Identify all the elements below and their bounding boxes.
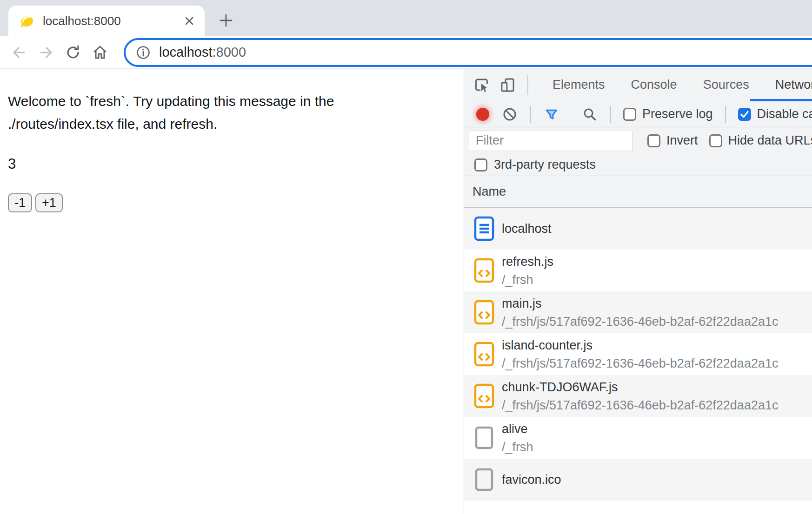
tab-console[interactable]: Console: [618, 69, 690, 101]
filter-input[interactable]: [469, 131, 632, 151]
browser-toolbar: localhost:8000: [0, 36, 812, 69]
request-path: /_frsh: [502, 439, 533, 455]
search-icon[interactable]: [581, 106, 598, 123]
request-row[interactable]: refresh.js /_frsh: [464, 250, 812, 291]
tab-strip: localhost:8000: [0, 0, 812, 36]
request-name: chunk-TDJO6WAF.js: [502, 379, 778, 395]
lemon-favicon-icon: [20, 13, 34, 28]
script-icon: [474, 257, 494, 283]
filter-funnel-icon[interactable]: [543, 106, 560, 123]
request-row[interactable]: localhost: [464, 208, 812, 250]
browser-window: localhost:8000: [0, 0, 812, 514]
toolbar-divider: [725, 106, 726, 123]
tab-close-icon[interactable]: [181, 13, 197, 29]
network-toolbar: Preserve log Disable cache: [464, 101, 812, 127]
request-name: main.js: [502, 295, 778, 312]
request-row[interactable]: alive /_frsh: [464, 417, 812, 459]
counter-value: 3: [8, 156, 464, 172]
inspect-cursor-icon[interactable]: [473, 77, 490, 93]
hide-data-urls-checkbox[interactable]: [709, 134, 722, 147]
invert-label: Invert: [666, 133, 698, 148]
invert-checkbox[interactable]: [647, 134, 660, 147]
network-request-list: localhost refresh.js /_frsh: [464, 208, 812, 514]
home-icon[interactable]: [91, 44, 109, 61]
back-icon[interactable]: [10, 44, 28, 61]
browser-tab[interactable]: localhost:8000: [8, 6, 205, 36]
request-name: island-counter.js: [502, 337, 778, 354]
request-name: localhost: [502, 220, 552, 237]
request-row[interactable]: island-counter.js /_frsh/js/517af692-163…: [464, 333, 812, 375]
third-party-requests-label: 3rd-party requests: [494, 158, 596, 172]
toolbar-divider: [610, 106, 611, 123]
request-name: alive: [502, 421, 533, 437]
url-host: localhost: [159, 45, 212, 59]
welcome-message: Welcome to `fresh`. Try updating this me…: [8, 90, 385, 135]
new-tab-icon[interactable]: [217, 11, 235, 30]
script-icon: [474, 383, 494, 409]
request-path: /_frsh/js/517af692-1636-46eb-b2af-62f22d…: [502, 313, 778, 330]
toolbar-divider: [527, 75, 528, 95]
name-column-header[interactable]: Name: [464, 176, 812, 208]
script-icon: [474, 341, 494, 367]
tab-elements[interactable]: Elements: [539, 69, 618, 101]
disable-cache-option[interactable]: Disable cache: [738, 107, 812, 121]
counter-buttons: -1 +1: [8, 193, 464, 212]
preserve-log-option[interactable]: Preserve log: [623, 107, 713, 121]
devtools-panel: Elements Console Sources Network: [464, 69, 812, 514]
tab-title: localhost:8000: [43, 14, 181, 28]
hide-data-urls-label: Hide data URLs: [728, 133, 812, 148]
request-name: refresh.js: [502, 253, 553, 270]
script-icon: [474, 299, 494, 325]
document-icon: [474, 216, 494, 242]
increment-button[interactable]: +1: [35, 193, 63, 212]
forward-icon[interactable]: [37, 44, 55, 61]
url-port: :8000: [212, 45, 246, 59]
device-toolbar-icon[interactable]: [499, 77, 516, 93]
decrement-button[interactable]: -1: [8, 193, 32, 212]
record-icon[interactable]: [476, 108, 489, 121]
request-row[interactable]: chunk-TDJO6WAF.js /_frsh/js/517af692-163…: [464, 375, 812, 417]
disable-cache-label: Disable cache: [757, 107, 812, 121]
clear-icon[interactable]: [501, 106, 518, 123]
preserve-log-label: Preserve log: [642, 107, 713, 121]
tab-sources[interactable]: Sources: [690, 69, 762, 101]
request-row[interactable]: favicon.ico: [464, 459, 812, 501]
preserve-log-checkbox[interactable]: [623, 108, 636, 121]
toolbar-divider: [530, 106, 531, 123]
reload-icon[interactable]: [64, 44, 82, 61]
request-path: /_frsh: [502, 271, 553, 288]
request-path: /_frsh/js/517af692-1636-46eb-b2af-62f22d…: [502, 397, 778, 414]
url-text: localhost:8000: [159, 45, 246, 60]
request-path: /_frsh/js/517af692-1636-46eb-b2af-62f22d…: [502, 355, 778, 372]
disable-cache-checkbox[interactable]: [738, 108, 751, 121]
web-page-content: Welcome to `fresh`. Try updating this me…: [0, 69, 464, 514]
site-info-icon[interactable]: [136, 45, 151, 60]
third-party-requests-checkbox[interactable]: [474, 158, 487, 171]
devtools-tab-bar: Elements Console Sources Network: [464, 69, 812, 101]
file-icon: [474, 425, 494, 451]
hide-data-urls-option[interactable]: Hide data URLs: [709, 133, 812, 148]
third-party-requests-option[interactable]: 3rd-party requests: [464, 154, 812, 176]
request-row[interactable]: main.js /_frsh/js/517af692-1636-46eb-b2a…: [464, 291, 812, 333]
invert-option[interactable]: Invert: [647, 133, 698, 148]
request-name: favicon.ico: [502, 471, 561, 488]
tab-network[interactable]: Network: [762, 69, 812, 101]
active-tab-underline: [750, 99, 812, 101]
network-filter-bar: Invert Hide data URLs: [464, 127, 812, 154]
address-bar[interactable]: localhost:8000: [124, 38, 812, 67]
file-icon: [474, 467, 494, 493]
